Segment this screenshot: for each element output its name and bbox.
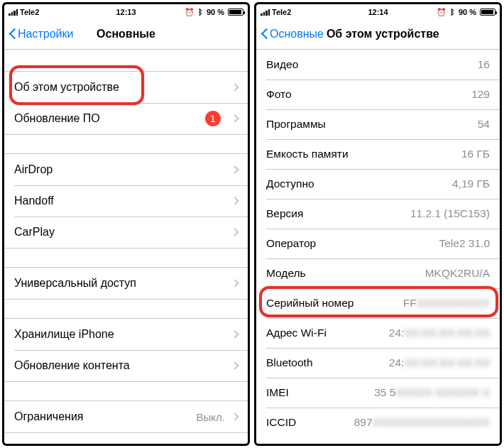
chevron-right-icon bbox=[231, 228, 239, 236]
info-value: 129 bbox=[471, 88, 490, 101]
info-row[interactable]: Версия11.2.1 (15C153) bbox=[256, 199, 500, 229]
redacted-text: XXXXX XXXXXX X bbox=[395, 386, 490, 398]
carrier-label: Tele2 bbox=[20, 8, 39, 16]
info-label: Bluetooth bbox=[266, 356, 389, 369]
info-label: Модель bbox=[266, 267, 425, 280]
group-restrictions: Ограничения Выкл. bbox=[4, 400, 248, 433]
info-label: Доступно bbox=[266, 177, 452, 190]
row-accessibility[interactable]: Универсальный доступ bbox=[4, 268, 248, 299]
info-value: 16 bbox=[478, 58, 490, 71]
nav-bar: Настройки Основные bbox=[4, 18, 248, 50]
redacted-text: XXXXXXXXXX bbox=[417, 297, 490, 309]
info-row[interactable]: Bluetooth24:XX:XX:XX:XX:XX bbox=[256, 348, 500, 378]
info-row[interactable]: Видео16 bbox=[256, 50, 500, 80]
info-value: MKQK2RU/A bbox=[425, 267, 490, 280]
info-row[interactable]: Адрес Wi-Fi24:XX:XX:XX:XX:XX bbox=[256, 318, 500, 348]
row-restrictions[interactable]: Ограничения Выкл. bbox=[4, 401, 248, 432]
bluetooth-icon: ᛒ bbox=[450, 8, 455, 16]
redacted-text: XXXXXXXXXXXXXXXX bbox=[373, 416, 490, 428]
info-label: Оператор bbox=[266, 237, 439, 250]
redacted-text: XX:XX:XX:XX:XX bbox=[404, 356, 490, 368]
battery-label: 90 % bbox=[459, 8, 476, 16]
chevron-right-icon bbox=[231, 361, 239, 369]
info-label: Адрес Wi-Fi bbox=[266, 327, 389, 339]
info-row[interactable]: ICCID897XXXXXXXXXXXXXXXX bbox=[256, 408, 500, 437]
chevron-right-icon bbox=[231, 114, 239, 122]
chevron-left-icon bbox=[261, 28, 268, 40]
status-bar: Tele2 12:13 ⏰ ᛒ 90 % bbox=[4, 4, 248, 18]
battery-icon bbox=[480, 9, 495, 16]
screen-general: Tele2 12:13 ⏰ ᛒ 90 % Настройки Основные … bbox=[2, 2, 250, 446]
info-value: Tele2 31.0 bbox=[439, 237, 490, 250]
bluetooth-icon: ᛒ bbox=[198, 8, 203, 16]
nav-bar: Основные Об этом устройстве bbox=[256, 18, 500, 50]
alarm-icon: ⏰ bbox=[437, 8, 447, 17]
signal-icon bbox=[9, 9, 18, 16]
info-row[interactable]: Программы54 bbox=[256, 109, 500, 139]
redacted-text: XX:XX:XX:XX:XX bbox=[404, 327, 490, 339]
back-button[interactable]: Настройки bbox=[9, 28, 73, 40]
info-row[interactable]: IMEI35 5XXXXX XXXXXX X bbox=[256, 378, 500, 408]
info-value: 11.2.1 (15C153) bbox=[410, 207, 490, 220]
info-label: Емкость памяти bbox=[266, 148, 461, 160]
group-accessibility: Универсальный доступ bbox=[4, 267, 248, 300]
group-storage: Хранилище iPhone Обновление контента bbox=[4, 318, 248, 382]
info-label: Видео bbox=[266, 58, 478, 71]
battery-label: 90 % bbox=[207, 8, 224, 16]
row-background-refresh[interactable]: Обновление контента bbox=[4, 350, 248, 381]
chevron-right-icon bbox=[231, 197, 239, 204]
alarm-icon: ⏰ bbox=[185, 8, 195, 17]
info-row[interactable]: Фото129 bbox=[256, 80, 500, 109]
info-label: Серийный номер bbox=[266, 297, 403, 310]
info-value: 4,19 ГБ bbox=[452, 177, 490, 190]
clock: 12:13 bbox=[116, 8, 136, 16]
info-label: IMEI bbox=[266, 386, 374, 399]
chevron-left-icon bbox=[9, 28, 16, 40]
chevron-right-icon bbox=[231, 279, 239, 287]
info-label: Версия bbox=[266, 207, 410, 220]
chevron-right-icon bbox=[231, 413, 239, 420]
info-value: 54 bbox=[478, 118, 490, 131]
back-label: Основные bbox=[270, 28, 324, 40]
chevron-right-icon bbox=[231, 83, 239, 91]
chevron-right-icon bbox=[231, 330, 239, 338]
info-row[interactable]: ОператорTele2 31.0 bbox=[256, 229, 500, 258]
info-row[interactable]: Серийный номерFFXXXXXXXXXX bbox=[256, 288, 500, 318]
row-handoff[interactable]: Handoff bbox=[4, 185, 248, 217]
status-bar: Tele2 12:14 ⏰ ᛒ 90 % bbox=[256, 4, 500, 18]
chevron-right-icon bbox=[231, 165, 239, 173]
battery-icon bbox=[228, 9, 243, 16]
row-software-update[interactable]: Обновление ПО 1 bbox=[4, 103, 248, 134]
clock: 12:14 bbox=[368, 8, 388, 16]
carrier-label: Tele2 bbox=[272, 8, 291, 16]
info-value: FFXXXXXXXXXX bbox=[403, 297, 490, 310]
info-label: Фото bbox=[266, 88, 471, 101]
info-row[interactable]: Емкость памяти16 ГБ bbox=[256, 139, 500, 169]
info-value: 16 ГБ bbox=[461, 148, 490, 160]
info-value: 897XXXXXXXXXXXXXXXX bbox=[354, 416, 490, 429]
row-carplay[interactable]: CarPlay bbox=[4, 217, 248, 248]
info-label: Программы bbox=[266, 118, 478, 131]
row-about-device[interactable]: Об этом устройстве bbox=[4, 72, 248, 103]
info-value: 24:XX:XX:XX:XX:XX bbox=[389, 327, 490, 339]
group-about: Об этом устройстве Обновление ПО 1 bbox=[4, 71, 248, 135]
info-value: 35 5XXXXX XXXXXX X bbox=[374, 386, 490, 399]
back-label: Настройки bbox=[18, 28, 73, 40]
info-row[interactable]: МодельMKQK2RU/A bbox=[256, 258, 500, 288]
info-value: 24:XX:XX:XX:XX:XX bbox=[389, 356, 490, 369]
update-badge: 1 bbox=[205, 111, 221, 126]
info-label: ICCID bbox=[266, 416, 354, 429]
signal-icon bbox=[261, 9, 270, 16]
info-row[interactable]: Доступно4,19 ГБ bbox=[256, 169, 500, 199]
back-button[interactable]: Основные bbox=[261, 28, 324, 40]
row-airdrop[interactable]: AirDrop bbox=[4, 154, 248, 185]
page-title: Об этом устройстве bbox=[327, 28, 495, 40]
group-sharing: AirDrop Handoff CarPlay bbox=[4, 153, 248, 248]
screen-about: Tele2 12:14 ⏰ ᛒ 90 % Основные Об этом ус… bbox=[254, 2, 502, 446]
info-list: Видео16Фото129Программы54Емкость памяти1… bbox=[256, 50, 500, 437]
row-iphone-storage[interactable]: Хранилище iPhone bbox=[4, 319, 248, 350]
